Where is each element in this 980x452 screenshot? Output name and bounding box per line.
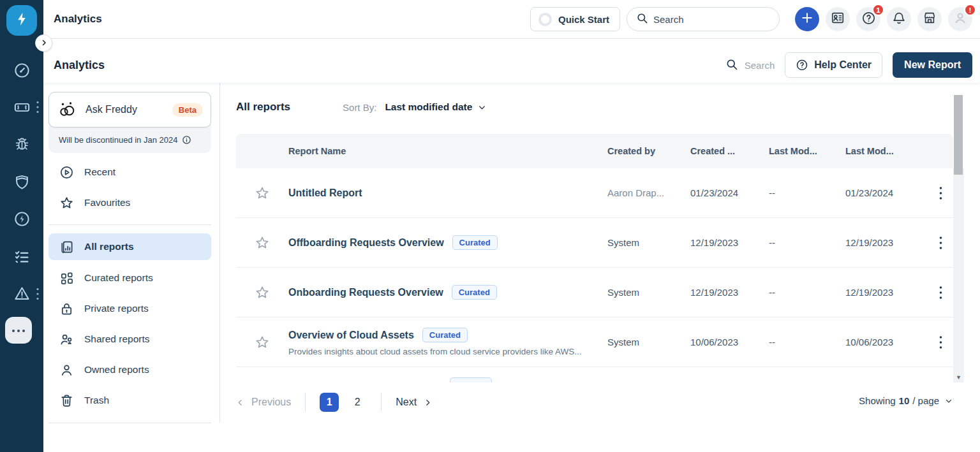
chevron-down-icon [478, 103, 486, 112]
last-mod-by-cell: -- [769, 287, 845, 298]
previous-page-button[interactable]: Previous [236, 397, 291, 408]
pagination: Previous 1 2 Next [236, 393, 432, 412]
report-name-link[interactable]: Overview of Cloud Assets [288, 330, 414, 341]
marketplace-button[interactable] [917, 7, 942, 31]
tickets-overflow-icon[interactable] [35, 100, 40, 114]
nav-item-favourites[interactable]: Favourites [48, 187, 211, 218]
favourite-star-icon[interactable] [255, 235, 270, 251]
checklist-icon[interactable] [13, 248, 31, 265]
info-icon[interactable] [182, 135, 191, 145]
nav-label: Favourites [84, 197, 130, 208]
alerts-overflow-icon[interactable] [35, 287, 40, 301]
more-apps-button[interactable] [5, 317, 32, 344]
last-mod-date-cell: 12/19/2023 [845, 287, 928, 298]
nav-item-owned-reports[interactable]: Owned reports [48, 354, 211, 385]
profile-avatar[interactable]: ! [948, 7, 972, 31]
page-button-2[interactable]: 2 [348, 393, 367, 412]
bug-problems-icon[interactable] [13, 136, 31, 153]
global-search-input[interactable] [653, 14, 755, 25]
analytics-toolbar: Analytics Search Help Center New Report [43, 40, 980, 83]
ask-freddy-button[interactable]: Ask Freddy Beta [48, 92, 211, 128]
table-header-row: Report Name Created by Created ... Last … [236, 134, 953, 168]
page-title: Analytics [54, 13, 102, 26]
new-report-button[interactable]: New Report [893, 52, 972, 78]
next-page-button[interactable]: Next [396, 397, 432, 408]
divider [48, 224, 211, 225]
dashboard-gauge-icon[interactable] [13, 62, 31, 79]
favourite-star-icon[interactable] [255, 335, 270, 350]
curated-badge-clipped [450, 377, 492, 383]
help-center-button[interactable]: Help Center [785, 52, 882, 78]
table-row-partial [236, 367, 953, 382]
nav-item-trash[interactable]: Trash [48, 385, 211, 416]
created-by-cell: System [607, 287, 690, 298]
freshservice-logo[interactable] [6, 5, 37, 36]
page-button-1[interactable]: 1 [320, 393, 339, 412]
reports-nav-list: Recent Favourites All reports Curated re [48, 157, 211, 423]
row-menu-icon[interactable] [939, 286, 942, 300]
curated-badge: Curated [452, 235, 498, 250]
table-row[interactable]: Untitled Report Aaron Drap... 01/23/2024… [236, 168, 953, 218]
alerts-triangle-icon[interactable] [13, 285, 31, 302]
curated-badge: Curated [452, 285, 497, 300]
bolt-icon [14, 11, 29, 29]
per-page-dropdown[interactable]: Showing 10 / page [859, 395, 953, 406]
report-name-link[interactable]: Untitled Report [288, 187, 362, 199]
tickets-icon[interactable] [13, 99, 31, 116]
reports-search-button[interactable]: Search [725, 58, 775, 73]
divider [381, 393, 382, 412]
nav-item-curated-reports[interactable]: Curated reports [48, 263, 211, 293]
row-menu-icon[interactable] [939, 335, 942, 349]
shield-changes-icon[interactable] [13, 173, 31, 191]
column-last-mod: Last Mod... [845, 146, 928, 156]
row-menu-icon[interactable] [939, 186, 942, 200]
notifications-button[interactable] [887, 7, 911, 31]
nav-item-private-reports[interactable]: Private reports [48, 293, 211, 324]
divider [48, 423, 211, 423]
create-new-button[interactable] [795, 7, 819, 31]
favourite-star-icon[interactable] [255, 186, 270, 201]
report-description: Provides insights about cloud assets fro… [288, 347, 601, 356]
notice-text: Will be discontinued in Jan 2024 [59, 135, 177, 145]
help-button[interactable]: 1 [856, 7, 880, 31]
per-page-value: 10 [899, 395, 910, 406]
created-date-cell: 12/19/2023 [690, 237, 769, 248]
scrollbar-thumb[interactable] [954, 95, 963, 175]
freddy-ai-icon [57, 99, 77, 120]
freddy-discontinued-notice: Will be discontinued in Jan 2024 [48, 128, 211, 152]
nav-item-recent[interactable]: Recent [48, 157, 211, 187]
lock-icon [59, 301, 74, 316]
lightning-assets-icon[interactable] [13, 210, 31, 228]
ask-freddy-group: Ask Freddy Beta Will be discontinued in … [48, 92, 211, 153]
nav-item-shared-reports[interactable]: Shared reports [48, 324, 211, 354]
quick-start-label: Quick Start [558, 14, 609, 25]
nav-label: Trash [84, 395, 109, 406]
created-date-cell: 10/06/2023 [690, 337, 769, 347]
report-name-link[interactable]: Offboarding Requests Overview [288, 237, 444, 249]
quick-start-button[interactable]: Quick Start [530, 7, 620, 31]
sort-by-dropdown[interactable]: Last modified date [385, 101, 486, 113]
reports-nav-panel: Ask Freddy Beta Will be discontinued in … [43, 83, 220, 452]
beta-badge: Beta [172, 103, 203, 117]
table-scrollbar[interactable]: ▲ ▼ [953, 168, 964, 383]
report-name-link[interactable]: Onboarding Requests Overview [288, 287, 443, 298]
table-row[interactable]: Offboarding Requests OverviewCurated Sys… [236, 218, 953, 268]
global-search[interactable] [627, 7, 780, 31]
column-created: Created ... [690, 146, 769, 156]
analytics-page: Analytics Quick Start [0, 0, 980, 452]
contacts-directory-button[interactable] [826, 7, 850, 31]
row-menu-icon[interactable] [939, 236, 942, 250]
ask-freddy-label: Ask Freddy [85, 104, 164, 115]
table-scroll-area: Untitled Report Aaron Drap... 01/23/2024… [236, 168, 953, 383]
scroll-down-icon[interactable]: ▼ [956, 375, 961, 381]
table-row[interactable]: Overview of Cloud AssetsCurated Provides… [236, 317, 953, 367]
created-date-cell: 01/23/2024 [690, 187, 769, 198]
search-icon [725, 58, 738, 73]
last-mod-date-cell: 01/23/2024 [845, 187, 928, 198]
table-row[interactable]: Onboarding Requests OverviewCurated Syst… [236, 268, 953, 317]
previous-label: Previous [251, 397, 291, 408]
sidebar-expand-button[interactable] [35, 34, 52, 52]
nav-item-all-reports[interactable]: All reports [48, 233, 211, 260]
people-icon [59, 332, 74, 347]
favourite-star-icon[interactable] [255, 285, 270, 300]
